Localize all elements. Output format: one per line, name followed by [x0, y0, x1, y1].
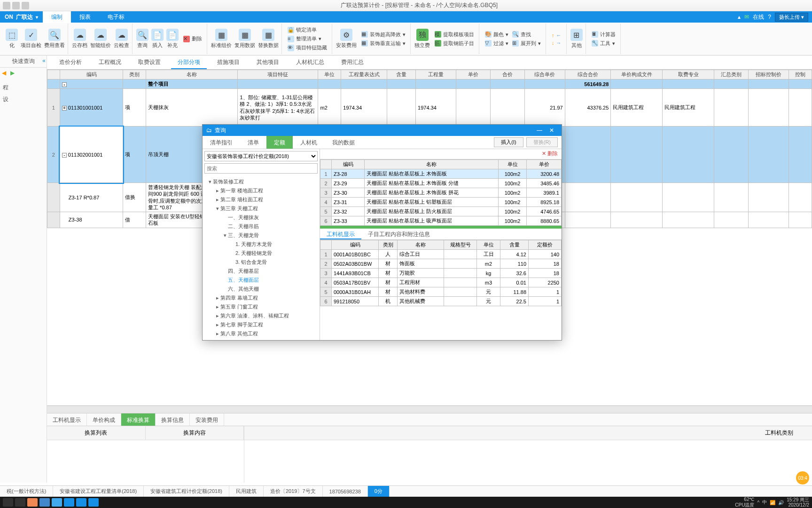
timer-badge[interactable]: 03:4 [796, 471, 809, 484]
subtab-content-note[interactable]: 子目工程内容和附注信息 [361, 229, 437, 239]
tree-node[interactable]: ▸第一章 楼地面工程 [205, 186, 317, 195]
ribbon-fee-view[interactable]: 🔍费用查看 [44, 29, 65, 49]
tree-node[interactable]: ▸第五章 门窗工程 [205, 302, 317, 311]
tree-node[interactable]: ▾装饰装修工程 [205, 177, 317, 186]
tree-node[interactable]: 四、天棚基层 [205, 267, 317, 276]
dlg-tab-list-guide[interactable]: 清单指引 [203, 136, 240, 149]
bottom-tab-install-fee[interactable]: 安装费用 [190, 413, 224, 426]
taskbar-app-icon[interactable] [39, 498, 50, 507]
ribbon-expand[interactable]: ⊞展开到 ▾ [512, 40, 541, 48]
dlg-tab-norm[interactable]: 定额 [266, 136, 293, 149]
ribbon-extract-template[interactable]: 模提取模板项目 [435, 31, 474, 39]
grid-project-row[interactable]: - 整个项目 561649.28 [47, 79, 812, 89]
norm-select[interactable]: 安徽省装饰装修工程计价定额(2018) [204, 151, 318, 161]
bottom-tab-std-convert[interactable]: 标准换算 [121, 413, 156, 426]
status-list-norm[interactable]: 安徽省建设工程工程量清单(2018) [53, 486, 144, 497]
tree-node[interactable]: ▸第四章 幕墙工程 [205, 294, 317, 302]
status-price-norm[interactable]: 安徽省建筑工程计价定额(2018) [144, 486, 229, 497]
ribbon-other[interactable]: ⊞其他 [570, 29, 583, 49]
tree-node[interactable]: ▸第八章 其他工程 [205, 329, 317, 338]
subtab-project-overview[interactable]: 工程概况 [92, 56, 128, 69]
dialog-close-button[interactable]: ✕ [546, 127, 558, 134]
tray-volume-icon[interactable]: 🔊 [778, 500, 784, 505]
subtab-fee-setting[interactable]: 取费设置 [132, 56, 167, 69]
status-building[interactable]: 民用建筑 [229, 486, 264, 497]
status-tax[interactable]: 税(一般计税方法) [0, 486, 53, 497]
ribbon-reuse-data[interactable]: ▦复用数据 [234, 29, 255, 49]
tree-node[interactable]: 一、天棚抹灰 [205, 213, 317, 222]
tree-node[interactable]: 二、天棚吊筋 [205, 222, 317, 231]
ribbon-insert[interactable]: 📄插入 [151, 29, 164, 49]
start-button[interactable] [3, 498, 13, 507]
norm-item-row[interactable]: 4Z3-31天棚面层 粘贴在基层板上 铝塑板面层100m28925.18 [320, 198, 562, 207]
norm-tree[interactable]: ▾装饰装修工程▸第一章 楼地面工程▸第二章 墙柱面工程▾第三章 天棚工程一、天棚… [203, 175, 320, 340]
glj-detail-table[interactable]: 编码 类别 名称 规格型号 单位 含量 定额价 10001A01B01BC人综合… [320, 240, 562, 306]
delete-row-button[interactable]: ✕ 删除 [542, 150, 558, 158]
ribbon-organize-list[interactable]: ≡整理清单 ▾ [288, 35, 327, 43]
qat-icon[interactable] [22, 2, 29, 9]
help-icon[interactable]: ? [768, 14, 771, 20]
norm-item-row[interactable]: 5Z3-32天棚面层 粘贴在基层板上 防火板面层100m24746.65 [320, 207, 562, 216]
ribbon-color[interactable]: 🎨颜色 ▾ [485, 31, 508, 39]
glj-row[interactable]: 10001A01B01BC人综合工日工日4.12140 [320, 250, 562, 259]
bottom-tab-glj[interactable]: 工料机显示 [47, 413, 87, 426]
ribbon-smart-price[interactable]: ☁智能组价 [90, 29, 111, 49]
upload-button[interactable]: 扬长上传 ▾ [775, 13, 808, 22]
tab-report[interactable]: 报表 [71, 11, 99, 23]
ribbon-calculator[interactable]: 🖩计算器 [592, 31, 616, 39]
tray-network-icon[interactable]: 📶 [770, 500, 775, 505]
ribbon-tools[interactable]: 🔧工具 ▾ [592, 40, 616, 48]
ribbon-hua[interactable]: ⬚化 [6, 29, 18, 49]
status-price-doc[interactable]: 造价〔2019〕7号文 [264, 486, 323, 497]
ribbon-cloud-save[interactable]: ☁云存档 [72, 29, 87, 49]
nav-item[interactable]: 设 [3, 94, 44, 105]
dlg-tab-glj[interactable]: 人材机 [293, 136, 325, 149]
tree-node[interactable]: ▾三、天棚龙骨 [205, 231, 317, 240]
ribbon-self-check[interactable]: ✓项目自检 [21, 29, 41, 49]
ribbon-supplement[interactable]: 📄补充 [166, 29, 179, 49]
subtab-material[interactable]: 人材机汇总 [289, 56, 331, 69]
dlg-tab-mydata[interactable]: 我的数据 [325, 136, 362, 149]
tab-edit[interactable]: 编制 [43, 11, 71, 23]
tree-node[interactable]: 五、天棚面层 [205, 276, 317, 285]
status-score[interactable]: 0分 [368, 486, 390, 497]
collapse-ribbon-icon[interactable]: ▴ [738, 14, 741, 20]
nav-left-icon[interactable]: ◀ [2, 70, 8, 76]
glj-row[interactable]: 20502A03B01BW材饰面板m211018 [320, 259, 562, 269]
norm-item-row[interactable]: 1Z3-28天棚面层 粘贴在基层板上 木饰面板100m23200.48 [320, 169, 562, 179]
nav-right-icon[interactable]: ▶ [10, 70, 17, 76]
ribbon-lock-list[interactable]: 🔒锁定清单 [288, 26, 327, 34]
nav-item[interactable]: 程 [3, 82, 44, 94]
tree-node[interactable]: ▾第三章 天棚工程 [205, 204, 317, 213]
ribbon-delete[interactable]: ✕删除 [183, 35, 202, 43]
subtab-price-analysis[interactable]: 造价分析 [53, 56, 88, 69]
norm-item-row[interactable]: 2Z3-29天棚面层 粘贴在基层板上 木饰面板 分缝100m23485.46 [320, 179, 562, 188]
ribbon-move-up[interactable]: ↑ ← [552, 32, 562, 39]
glj-row[interactable]: 40503A17B01BV材工程用材m30.012250 [320, 278, 562, 287]
norm-item-row[interactable]: 3Z3-30天棚面层 粘贴在基层板上 木饰面板 拼花100m23989.1 [320, 188, 562, 198]
tree-node[interactable]: ▸第七章 脚手架工程 [205, 320, 317, 329]
ribbon-extract-rebar[interactable]: 筋提取钢筋子目 [435, 40, 474, 48]
replace-button[interactable]: 替换(R) [526, 137, 558, 147]
ribbon-filter[interactable]: ▽过滤 ▾ [485, 40, 508, 48]
ribbon-decor-vert[interactable]: ▦装饰垂直运输 ▾ [361, 40, 406, 48]
taskbar-app-icon[interactable] [76, 498, 86, 507]
subtab-other[interactable]: 其他项目 [250, 56, 286, 69]
dlg-tab-list[interactable]: 清单 [240, 136, 266, 149]
insert-button[interactable]: 插入(I) [494, 137, 523, 147]
subtab-measure[interactable]: 措施项目 [211, 56, 246, 69]
tree-node[interactable]: 六、其他天棚 [205, 285, 317, 294]
taskbar-app-icon[interactable] [88, 498, 99, 507]
ribbon-standard-price[interactable]: ▦标准组价 [211, 29, 232, 49]
norm-items-table[interactable]: 编码 名称 单位 单价 1Z3-28天棚面层 粘贴在基层板上 木饰面板100m2… [320, 159, 562, 226]
horizontal-scrollbar[interactable] [47, 405, 812, 413]
tree-node[interactable]: 2. 天棚轻钢龙骨 [205, 249, 317, 258]
glj-row[interactable]: 31441A93B01CB材万能胶kg32.618 [320, 269, 562, 278]
tree-node[interactable]: ▸第二章 墙柱面工程 [205, 195, 317, 204]
ribbon-cloud-check[interactable]: ☁云检查 [114, 29, 129, 49]
subtab-glj-show[interactable]: 工料机显示 [320, 229, 361, 239]
message-icon[interactable]: ✉ [744, 14, 749, 20]
norm-item-row[interactable]: 6Z3-33天棚面层 粘贴在基层板上 吸声板面层100m28880.65 [320, 216, 562, 226]
taskbar-app-icon[interactable] [27, 498, 38, 507]
glj-row[interactable]: 6991218050机其他机械费元22.51 [320, 297, 562, 306]
